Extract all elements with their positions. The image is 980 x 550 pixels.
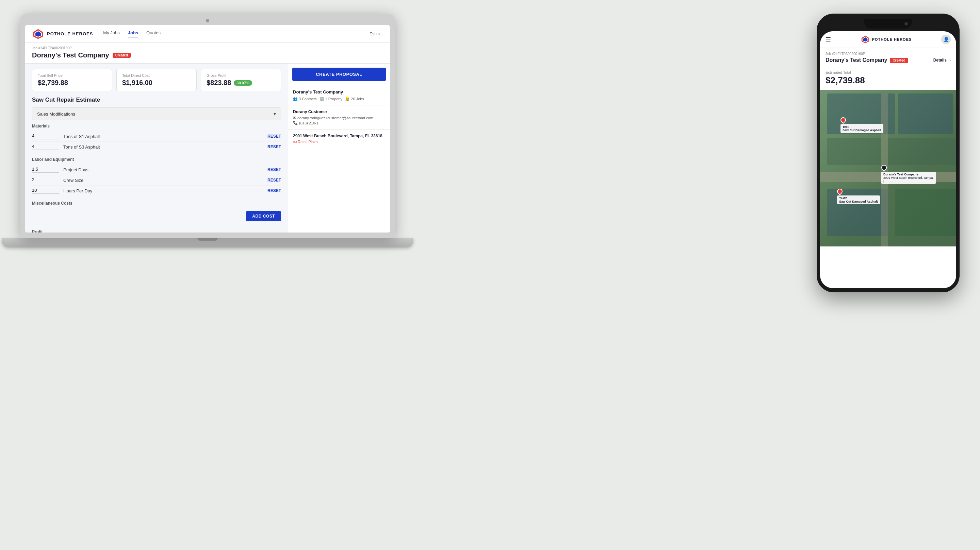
job-content: Total Sell Price $2,739.88 Total Direct … <box>25 63 390 233</box>
labor-desc-1: Project Days <box>63 167 263 172</box>
tab-quotes[interactable]: Quotes <box>146 30 161 37</box>
email-icon: ✉ <box>293 116 296 120</box>
material-item-1: 4 Tons of S1 Asphalt RESET <box>32 131 281 142</box>
phone-est-label: Estimated Total <box>826 70 951 74</box>
reset-button-1[interactable]: RESET <box>267 134 281 139</box>
reset-button-4[interactable]: RESET <box>267 178 281 182</box>
direct-cost-value: $1,916.00 <box>122 79 191 87</box>
labor-desc-2: Crew Size <box>63 178 263 183</box>
sidebar-email: ✉ dorany.rodriguez+customer@sourcetoad.c… <box>293 116 385 120</box>
logo-container: POTHOLE HEROES <box>32 28 93 40</box>
phone-value: (813) 210-1... <box>299 121 321 125</box>
sidebar-property: 🏢 1 Property <box>320 97 343 101</box>
job-page: Job #24FLTPA00200160P Dorany's Test Comp… <box>25 43 390 233</box>
phone-title-right: Details › <box>933 58 951 63</box>
gross-profit-value: $823.88 <box>207 79 231 87</box>
address-type-value: Retail Plaza <box>298 140 318 144</box>
tab-my-jobs[interactable]: My Jobs <box>103 30 119 37</box>
jobs-icon: 👷 <box>345 97 350 101</box>
phone-est-value: $2,739.88 <box>826 75 951 86</box>
gross-profit-label: Gross Profit <box>207 73 275 78</box>
profit-label: Profit <box>32 230 281 233</box>
phone-header: ☰ POTHOLE HEROES 👤 <box>820 31 956 48</box>
pin-1-desc: Saw Cut Damaged Asphalt <box>843 128 881 132</box>
phone-job-info: Job #24FLTPA00200160P Dorany's Test Comp… <box>820 48 956 66</box>
sidebar-jobs: 👷 26 Jobs <box>345 97 364 101</box>
labor-items: 1.5 Project Days RESET 2 Crew Size RESET… <box>32 165 281 196</box>
sidebar-address: 2901 West Busch Boulevard, Tampa, FL 336… <box>293 133 385 138</box>
material-desc-1: Tons of S1 Asphalt <box>63 134 263 139</box>
map-pin-3[interactable]: Dorany's Test Company 2901 West Busch Bo… <box>881 165 936 184</box>
materials-items: 4 Tons of S1 Asphalt RESET 4 Tons of S3 … <box>32 131 281 152</box>
reset-button-5[interactable]: RESET <box>267 188 281 193</box>
job-title: Dorany's Test Company <box>32 51 109 59</box>
labor-value-3[interactable]: 10 <box>32 188 59 194</box>
sidebar-address-type: 🏷 Retail Plaza <box>293 140 385 144</box>
gross-profit-pct: 30.07% <box>234 80 252 86</box>
laptop-camera <box>206 19 209 22</box>
job-id: Job #24FLTPA00200160P <box>32 46 383 50</box>
sidebar-contact-card: Dorany Customer ✉ dorany.rodriguez+custo… <box>288 105 390 129</box>
chevron-down-icon: ▾ <box>274 111 276 117</box>
phone-notch <box>864 19 912 29</box>
estimate-title: Saw Cut Repair Estimate <box>32 97 281 103</box>
sidebar-contact-name: Dorany Customer <box>293 109 385 114</box>
reset-button-3[interactable]: RESET <box>267 167 281 172</box>
property-icon: 🏢 <box>320 97 324 101</box>
labor-item-2: 2 Crew Size RESET <box>32 175 281 185</box>
pin-2-desc: Saw Cut Damaged Asphalt <box>839 200 878 203</box>
status-badge: Created <box>113 53 130 58</box>
direct-cost-label: Total Direct Cost <box>122 73 191 78</box>
labor-desc-3: Hours Per Day <box>63 188 263 193</box>
phone-screen: ☰ POTHOLE HEROES 👤 Job #24FLTPA00200160P… <box>820 31 956 288</box>
job-title-row: Dorany's Test Company Created <box>32 51 383 59</box>
pin-2-title: Test2 <box>839 197 847 200</box>
sales-modifications-header[interactable]: Sales Modifications ▾ <box>32 108 281 120</box>
tag-icon: 🏷 <box>293 140 297 144</box>
stat-sell-price: Total Sell Price $2,739.88 <box>32 69 112 91</box>
pin-2-dot <box>836 188 844 195</box>
laptop-device: POTHOLE HEROES My Jobs Jobs Quotes Estim… <box>21 14 395 258</box>
contacts-icon: 👥 <box>293 97 298 101</box>
reset-button-2[interactable]: RESET <box>267 144 281 149</box>
tab-jobs[interactable]: Jobs <box>128 30 138 37</box>
sell-price-value: $2,739.88 <box>38 79 107 87</box>
sidebar-phone: 📞 (813) 210-1... <box>293 120 385 125</box>
laptop-screen: POTHOLE HEROES My Jobs Jobs Quotes Estim… <box>25 25 390 233</box>
pin-3-label: Dorany's Test Company 2901 West Busch Bo… <box>881 172 936 184</box>
phone-icon: 📞 <box>293 120 298 125</box>
phone-map[interactable]: Test Saw Cut Damaged Asphalt Test2 Saw C… <box>820 90 956 246</box>
phone-status-badge: Created <box>890 58 908 63</box>
phone-device: ☰ POTHOLE HEROES 👤 Job #24FLTPA00200160P… <box>817 14 959 292</box>
materials-label: Materials <box>32 124 281 128</box>
material-value-1[interactable]: 4 <box>32 133 59 139</box>
hamburger-icon[interactable]: ☰ <box>826 36 831 43</box>
sidebar-company-name: Dorany's Test Company <box>293 89 385 95</box>
labor-value-2[interactable]: 2 <box>32 177 59 183</box>
pin-3-dot <box>880 164 888 172</box>
contacts-count: 3 Contacts <box>299 97 317 101</box>
phone-chevron-icon: › <box>950 58 951 63</box>
phone-logo-text: POTHOLE HEROES <box>872 37 912 41</box>
labor-value-1[interactable]: 1.5 <box>32 166 59 173</box>
stat-gross-profit: Gross Profit $823.88 30.07% <box>201 69 281 91</box>
create-proposal-button[interactable]: CREATE PROPOSAL <box>292 68 386 81</box>
material-value-2[interactable]: 4 <box>32 144 59 150</box>
material-item-2: 4 Tons of S3 Asphalt RESET <box>32 142 281 152</box>
laptop-base <box>2 238 414 247</box>
app-header: POTHOLE HEROES My Jobs Jobs Quotes Estim… <box>25 25 390 43</box>
labor-item-3: 10 Hours Per Day RESET <box>32 185 281 196</box>
pin-3-title: Dorany's Test Company <box>883 173 918 176</box>
job-main: Total Sell Price $2,739.88 Total Direct … <box>25 63 288 233</box>
map-pin-2[interactable]: Test2 Saw Cut Damaged Asphalt <box>837 189 880 204</box>
stat-direct-cost: Total Direct Cost $1,916.00 <box>116 69 197 91</box>
logo-icon <box>32 28 44 40</box>
sell-price-label: Total Sell Price <box>38 73 107 78</box>
map-pin-1[interactable]: Test Saw Cut Damaged Asphalt <box>840 117 883 133</box>
pin-2-label: Test2 Saw Cut Damaged Asphalt <box>837 195 880 204</box>
user-icon[interactable]: 👤 <box>941 35 951 44</box>
header-right: Estim... <box>369 32 383 36</box>
phone-details-button[interactable]: Details <box>933 58 947 63</box>
misc-costs-label: Miscellaneous Costs <box>32 201 281 206</box>
add-cost-button[interactable]: ADD COST <box>246 211 281 221</box>
